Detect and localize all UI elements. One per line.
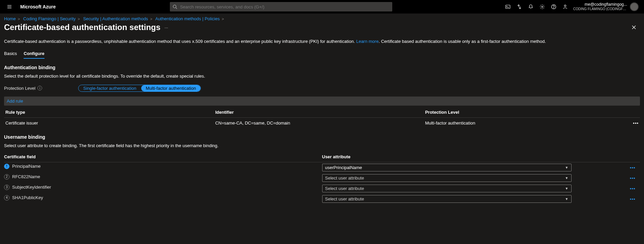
- user-attribute-select[interactable]: userPrincipalName▼: [322, 164, 572, 171]
- user-tenant: CODING FLAMINGO (CODINGFL...: [573, 7, 627, 11]
- settings-icon[interactable]: [537, 0, 548, 13]
- certfield-label: SubjectKeyIdentifier: [12, 185, 51, 190]
- binding-more-icon[interactable]: •••: [630, 173, 640, 183]
- brand-label[interactable]: Microsoft Azure: [16, 4, 60, 9]
- binding-more-icon[interactable]: •••: [630, 183, 640, 194]
- svg-point-8: [542, 6, 543, 7]
- rule-identifier-cell: CN=same-CA, DC=same, DC=domain: [214, 117, 424, 128]
- user-attribute-select[interactable]: Select user attribute▼: [322, 174, 572, 182]
- certfield-label: SHA1PublicKey: [12, 195, 43, 200]
- rule-more-icon[interactable]: •••: [615, 117, 640, 128]
- chevron-down-icon: ▼: [565, 166, 569, 169]
- pill-multi-factor[interactable]: Multi-factor authentication: [141, 85, 201, 91]
- chevron-down-icon: ▼: [565, 187, 569, 190]
- binding-row: 4SHA1PublicKeySelect user attribute▼•••: [4, 194, 640, 204]
- username-binding-title: Username binding: [4, 134, 640, 140]
- crumb-home[interactable]: Home: [4, 16, 16, 21]
- notifications-icon[interactable]: [525, 0, 536, 13]
- protection-level-toggle[interactable]: Single-factor authentication Multi-facto…: [78, 85, 201, 92]
- global-search-input[interactable]: [180, 4, 390, 9]
- priority-badge: 2: [4, 174, 9, 180]
- col-userattr: User attribute: [322, 152, 630, 162]
- binding-more-icon[interactable]: •••: [630, 194, 640, 204]
- breadcrumb: Home> Coding Flamingo | Security> Securi…: [0, 13, 644, 22]
- svg-point-10: [554, 8, 554, 8]
- certfield-label: RFC822Name: [12, 174, 40, 179]
- rule-type-cell: Certificate issuer: [4, 117, 214, 128]
- priority-badge: !: [4, 164, 9, 169]
- add-rule-button[interactable]: Add rule: [4, 97, 640, 106]
- crumb-3[interactable]: Authentication methods | Policies: [155, 16, 220, 21]
- rule-protection-cell: Multi-factor authentication: [424, 117, 614, 128]
- col-identifier: Identifier: [214, 107, 424, 118]
- page-more-icon[interactable]: ···: [164, 25, 168, 30]
- description: Certificate-based authentication is a pa…: [4, 38, 640, 45]
- directories-icon[interactable]: [514, 0, 525, 13]
- crumb-1[interactable]: Coding Flamingo | Security: [23, 16, 76, 21]
- user-email: me@codingflamingog...: [573, 2, 627, 7]
- svg-rect-5: [506, 5, 510, 8]
- pill-single-factor[interactable]: Single-factor authentication: [79, 85, 141, 91]
- select-value: Select user attribute: [325, 175, 364, 181]
- select-value: userPrincipalName: [325, 165, 362, 170]
- username-binding-desc: Select user attribute to create binding.…: [4, 143, 640, 148]
- auth-binding-desc: Select the default protection level for …: [4, 74, 640, 79]
- user-attribute-select[interactable]: Select user attribute▼: [322, 195, 572, 203]
- chevron-down-icon: ▼: [565, 197, 569, 201]
- rule-row[interactable]: Certificate issuerCN=same-CA, DC=same, D…: [4, 117, 640, 128]
- close-blade-button[interactable]: [630, 23, 638, 31]
- col-protection: Protection Level: [424, 107, 614, 118]
- global-search[interactable]: [170, 2, 392, 11]
- certfield-label: PrincipalName: [12, 164, 41, 169]
- crumb-2[interactable]: Security | Authentication methods: [83, 16, 148, 21]
- learn-more-link[interactable]: Learn more: [356, 39, 378, 44]
- chevron-down-icon: ▼: [565, 176, 569, 180]
- svg-point-11: [564, 5, 566, 7]
- search-icon: [173, 4, 177, 9]
- feedback-icon[interactable]: [560, 0, 571, 13]
- protection-level-label: Protection Level: [4, 86, 35, 91]
- user-attribute-select[interactable]: Select user attribute▼: [322, 185, 572, 192]
- page-title: Certificate-based authentication setting…: [4, 23, 160, 32]
- svg-line-4: [176, 8, 177, 9]
- cloud-shell-icon[interactable]: [502, 0, 513, 13]
- select-value: Select user attribute: [325, 196, 364, 201]
- tab-basics[interactable]: Basics: [4, 51, 17, 59]
- avatar: [630, 2, 639, 11]
- binding-row: 2RFC822NameSelect user attribute▼•••: [4, 173, 640, 183]
- tab-configure[interactable]: Configure: [24, 51, 44, 59]
- select-value: Select user attribute: [325, 186, 364, 191]
- binding-more-icon[interactable]: •••: [630, 162, 640, 173]
- hamburger-menu-icon[interactable]: [3, 0, 16, 13]
- col-rule-type: Rule type: [4, 107, 214, 118]
- col-certfield: Certificate field: [4, 152, 322, 162]
- help-icon[interactable]: [548, 0, 559, 13]
- info-icon[interactable]: i: [37, 86, 42, 90]
- account-menu[interactable]: me@codingflamingog... CODING FLAMINGO (C…: [571, 2, 641, 11]
- auth-binding-title: Authentication binding: [4, 65, 640, 70]
- priority-badge: 4: [4, 195, 9, 200]
- priority-badge: 3: [4, 185, 9, 190]
- svg-point-3: [173, 5, 176, 8]
- binding-row: !PrincipalNameuserPrincipalName▼•••: [4, 162, 640, 173]
- binding-row: 3SubjectKeyIdentifierSelect user attribu…: [4, 183, 640, 194]
